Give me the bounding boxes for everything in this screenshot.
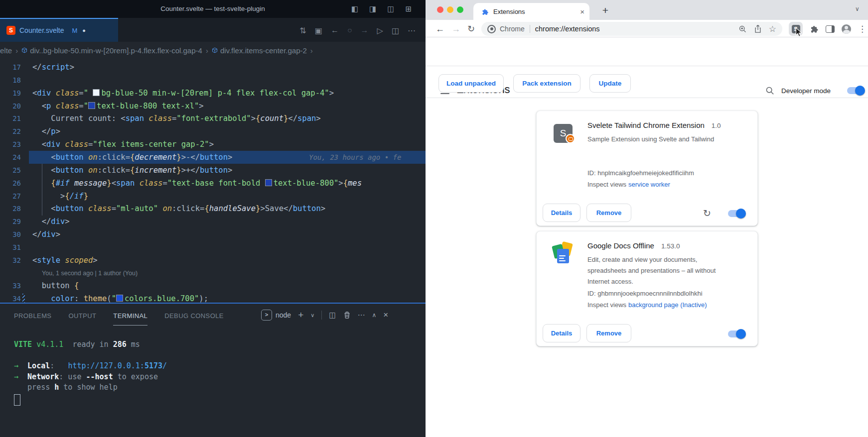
terminal-line: press h to show help [14, 382, 426, 393]
code-line: 19<div class=" bg-blue-50 min-w-[20rem] … [0, 87, 426, 100]
omnibox[interactable]: Chrome chrome://extensions ☆ [481, 22, 782, 36]
google-docs-offline-icon [553, 242, 576, 266]
reload-extension-icon[interactable]: ↻ [703, 208, 711, 219]
panel-tabs: PROBLEMSOUTPUTTERMINALDEBUG CONSOLE [14, 304, 241, 327]
code-line: 23 <div class="flex items-center gap-2"> [0, 138, 426, 151]
nav-forward-icon[interactable]: → [361, 26, 369, 35]
load-unpacked-button[interactable]: Load unpacked [438, 74, 504, 93]
terminal-dropdown-icon[interactable]: ∨ [310, 312, 314, 319]
panel-tab-terminal[interactable]: TERMINAL [113, 305, 147, 326]
code-editor[interactable]: 17</script>1819<div class=" bg-blue-50 m… [0, 59, 426, 303]
nav-back-icon[interactable]: ← [331, 26, 339, 35]
share-icon[interactable] [754, 24, 762, 33]
breadcrumb-item[interactable]: div..bg-blue-50.min-w-[20rem].p-4.flex.f… [30, 46, 202, 55]
editor-tab-counter-svelte[interactable]: S Counter.svelte M ● [0, 18, 118, 42]
open-changes-icon[interactable]: ▣ [315, 26, 322, 35]
traffic-close-icon[interactable] [437, 6, 443, 13]
git-compare-icon[interactable]: ⇅ [299, 26, 306, 35]
code-text: {#if message}<span class="text-base font… [32, 177, 362, 190]
back-icon[interactable]: ← [435, 22, 444, 35]
line-number: 31 [0, 241, 21, 254]
layout-grid-icon[interactable]: ⊞ [405, 4, 412, 13]
code-text: Current count: <span class="font-extrabo… [32, 112, 321, 125]
line-number: 19 [0, 87, 21, 100]
divider [426, 98, 868, 98]
run-icon[interactable]: ▷ [377, 26, 383, 35]
pack-extension-button[interactable]: Pack extension [513, 74, 580, 93]
code-text: <button on:click={increment}>+</button> [32, 164, 232, 177]
remove-button[interactable]: Remove [586, 204, 631, 222]
service-worker-link[interactable]: service worker [628, 181, 670, 188]
terminal-line: VITE v4.1.1 ready in 286 ms [14, 339, 426, 350]
layout-panel-icon[interactable]: ◨ [369, 4, 376, 13]
background-page-link[interactable]: background page (Inactive) [628, 301, 707, 309]
line-number: 29 [0, 215, 21, 228]
new-tab-icon[interactable]: + [598, 3, 613, 18]
remove-button[interactable]: Remove [586, 324, 631, 342]
breadcrumb-separator: › [310, 46, 313, 55]
more-actions-icon[interactable]: ⋯ [408, 26, 416, 35]
code-text: button { [32, 279, 79, 292]
traffic-zoom-icon[interactable] [457, 6, 463, 13]
line-number: 34 [0, 292, 21, 303]
code-line: 24 <button on:click={decrement}>-</butto… [0, 151, 426, 164]
traffic-minimize-icon[interactable] [447, 6, 453, 13]
omnibox-url[interactable]: chrome://extensions [535, 25, 738, 33]
omnibox-site-label: Chrome [500, 25, 525, 33]
developer-mode-label: Developer mode [781, 87, 831, 95]
tab-search-chevron-icon[interactable]: ∨ [855, 5, 860, 12]
git-blame-annotation: You, 23 hours ago • fe [309, 151, 401, 164]
layout-sidebar-icon[interactable]: ◫ [387, 4, 394, 13]
extensions-puzzle-icon[interactable] [810, 24, 819, 33]
side-panel-icon[interactable] [826, 25, 835, 33]
breadcrumb-item[interactable]: elte [0, 46, 12, 55]
line-number: 33 [0, 279, 21, 292]
split-terminal-icon[interactable]: ◫ [329, 311, 336, 320]
code-line: 33 button { [0, 279, 426, 292]
extension-enabled-toggle[interactable] [728, 210, 745, 217]
forward-icon[interactable]: → [451, 22, 460, 35]
chrome-window: Extensions × + ∨ ← → ↻ Chrome chrome://e… [426, 0, 868, 437]
layout-columns-icon[interactable]: ◧ [351, 4, 358, 13]
code-line: 34 color: theme("colors.blue.700"); [0, 292, 426, 303]
panel-more-icon[interactable]: ⋯ [358, 311, 365, 320]
maximize-panel-icon[interactable]: ∧ [372, 312, 377, 319]
extension-enabled-toggle[interactable] [728, 330, 745, 337]
reload-icon[interactable]: ↻ [467, 22, 475, 35]
details-button[interactable]: Details [543, 204, 580, 222]
code-line: 22 </p> [0, 125, 426, 138]
vscode-titlebar: Counter.svelte — test-svelte-plugin ◧ ◨ … [0, 0, 426, 18]
kill-terminal-icon[interactable] [343, 311, 351, 319]
code-line: 17</script> [0, 61, 426, 74]
browser-tab-extensions[interactable]: Extensions × [473, 3, 589, 20]
code-line: 32<style scoped> [0, 254, 426, 267]
profile-avatar-icon[interactable] [842, 24, 851, 34]
panel-tab-debug-console[interactable]: DEBUG CONSOLE [164, 305, 224, 326]
update-button[interactable]: Update [589, 74, 631, 93]
search-icon[interactable] [765, 86, 774, 95]
new-terminal-icon[interactable]: + [298, 310, 303, 321]
shell-label[interactable]: node [276, 311, 291, 319]
divider [426, 66, 868, 66]
tab-close-icon[interactable]: × [580, 8, 584, 15]
nav-circle-icon[interactable]: ○ [347, 26, 352, 35]
details-button[interactable]: Details [543, 324, 580, 342]
panel-tab-problems[interactable]: PROBLEMS [14, 305, 51, 326]
developer-mode-toggle[interactable] [847, 87, 864, 94]
zoom-icon[interactable] [738, 25, 747, 33]
split-editor-icon[interactable]: ◫ [392, 26, 399, 35]
code-line: 25 <button on:click={increment}>+</butto… [0, 164, 426, 177]
code-line: 31 [0, 241, 426, 254]
chrome-menu-icon[interactable]: ⋮ [858, 24, 867, 34]
terminal-shell-icon[interactable]: > [261, 310, 272, 321]
code-line: 29 </div> [0, 215, 426, 228]
codelens-annotation: You, 1 second ago | 1 author (You) [42, 267, 138, 280]
breadcrumb-item[interactable]: div.flex.items-center.gap-2 [220, 46, 307, 55]
panel-tab-output[interactable]: OUTPUT [68, 305, 96, 326]
screenshot-root: Counter.svelte — test-svelte-plugin ◧ ◨ … [0, 0, 868, 437]
chrome-logo-icon [487, 25, 496, 33]
codelens-row: You, 1 second ago | 1 author (You) [0, 267, 426, 280]
close-panel-icon[interactable]: × [383, 310, 388, 320]
bookmark-star-icon[interactable]: ☆ [769, 24, 776, 34]
code-text: <p class="text-blue-800 text-xl"> [32, 100, 204, 112]
